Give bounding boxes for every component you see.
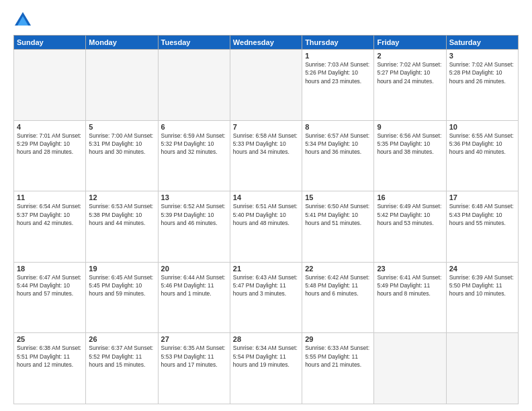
day-number: 17 (449, 193, 515, 201)
day-number: 13 (161, 193, 227, 201)
day-number: 12 (89, 193, 154, 201)
day-detail: Sunrise: 6:56 AM Sunset: 5:35 PM Dayligh… (377, 132, 443, 156)
day-number: 7 (233, 123, 299, 131)
day-number: 3 (449, 52, 515, 60)
day-number: 20 (161, 265, 227, 273)
day-number: 19 (89, 265, 154, 273)
calendar-cell: 12Sunrise: 6:53 AM Sunset: 5:38 PM Dayli… (86, 191, 158, 263)
day-number: 8 (305, 123, 371, 131)
day-number: 9 (377, 123, 443, 131)
day-number: 6 (161, 123, 227, 131)
day-detail: Sunrise: 6:45 AM Sunset: 5:45 PM Dayligh… (89, 273, 154, 298)
day-number: 15 (305, 193, 371, 201)
logo (13, 11, 34, 30)
calendar-cell: 4Sunrise: 7:01 AM Sunset: 5:29 PM Daylig… (14, 120, 86, 191)
calendar-cell (158, 50, 230, 121)
calendar-cell (374, 333, 446, 404)
calendar-cell: 16Sunrise: 6:49 AM Sunset: 5:42 PM Dayli… (374, 191, 446, 263)
calendar-week-row: 25Sunrise: 6:38 AM Sunset: 5:51 PM Dayli… (14, 333, 519, 404)
calendar-week-row: 1Sunrise: 7:03 AM Sunset: 5:26 PM Daylig… (14, 50, 519, 121)
calendar-cell: 28Sunrise: 6:34 AM Sunset: 5:54 PM Dayli… (230, 333, 302, 404)
day-number: 22 (305, 265, 371, 273)
day-detail: Sunrise: 7:01 AM Sunset: 5:29 PM Dayligh… (17, 132, 83, 156)
weekday-header: Thursday (302, 36, 374, 50)
day-detail: Sunrise: 6:44 AM Sunset: 5:46 PM Dayligh… (161, 273, 227, 298)
weekday-header: Monday (86, 36, 158, 50)
calendar-cell (14, 50, 86, 121)
calendar-cell: 14Sunrise: 6:51 AM Sunset: 5:40 PM Dayli… (230, 191, 302, 263)
day-number: 21 (233, 265, 299, 273)
day-detail: Sunrise: 6:41 AM Sunset: 5:49 PM Dayligh… (377, 273, 443, 298)
calendar-cell: 3Sunrise: 7:02 AM Sunset: 5:28 PM Daylig… (446, 50, 518, 121)
day-detail: Sunrise: 7:03 AM Sunset: 5:26 PM Dayligh… (305, 60, 371, 85)
calendar-cell: 7Sunrise: 6:58 AM Sunset: 5:33 PM Daylig… (230, 120, 302, 191)
calendar-cell: 19Sunrise: 6:45 AM Sunset: 5:45 PM Dayli… (86, 262, 158, 333)
day-number: 26 (89, 335, 154, 343)
calendar-week-row: 11Sunrise: 6:54 AM Sunset: 5:37 PM Dayli… (14, 191, 519, 263)
day-detail: Sunrise: 6:51 AM Sunset: 5:40 PM Dayligh… (233, 202, 299, 227)
calendar-cell: 24Sunrise: 6:39 AM Sunset: 5:50 PM Dayli… (446, 262, 518, 333)
page: SundayMondayTuesdayWednesdayThursdayFrid… (0, 0, 532, 411)
calendar-cell: 10Sunrise: 6:55 AM Sunset: 5:36 PM Dayli… (446, 120, 518, 191)
day-detail: Sunrise: 6:35 AM Sunset: 5:53 PM Dayligh… (161, 344, 227, 369)
calendar-cell: 8Sunrise: 6:57 AM Sunset: 5:34 PM Daylig… (302, 120, 374, 191)
calendar-week-row: 4Sunrise: 7:01 AM Sunset: 5:29 PM Daylig… (14, 120, 519, 191)
day-detail: Sunrise: 6:49 AM Sunset: 5:42 PM Dayligh… (377, 202, 443, 227)
calendar-cell (86, 50, 158, 121)
day-detail: Sunrise: 6:58 AM Sunset: 5:33 PM Dayligh… (233, 132, 299, 156)
calendar-cell: 18Sunrise: 6:47 AM Sunset: 5:44 PM Dayli… (14, 262, 86, 333)
day-number: 11 (17, 193, 83, 201)
day-detail: Sunrise: 6:34 AM Sunset: 5:54 PM Dayligh… (233, 344, 299, 369)
calendar-cell: 21Sunrise: 6:43 AM Sunset: 5:47 PM Dayli… (230, 262, 302, 333)
day-number: 24 (449, 265, 515, 273)
weekday-header: Friday (374, 36, 446, 50)
day-number: 28 (233, 335, 299, 343)
calendar-cell: 11Sunrise: 6:54 AM Sunset: 5:37 PM Dayli… (14, 191, 86, 263)
weekday-header: Sunday (14, 36, 86, 50)
day-detail: Sunrise: 6:39 AM Sunset: 5:50 PM Dayligh… (449, 273, 515, 298)
calendar-table: SundayMondayTuesdayWednesdayThursdayFrid… (13, 35, 519, 404)
calendar-cell: 29Sunrise: 6:33 AM Sunset: 5:55 PM Dayli… (302, 333, 374, 404)
day-number: 4 (17, 123, 83, 131)
day-number: 2 (377, 52, 443, 60)
day-number: 16 (377, 193, 443, 201)
day-detail: Sunrise: 6:50 AM Sunset: 5:41 PM Dayligh… (305, 202, 371, 227)
day-detail: Sunrise: 6:53 AM Sunset: 5:38 PM Dayligh… (89, 202, 154, 227)
calendar-header-row: SundayMondayTuesdayWednesdayThursdayFrid… (14, 36, 519, 50)
day-detail: Sunrise: 6:52 AM Sunset: 5:39 PM Dayligh… (161, 202, 227, 227)
day-detail: Sunrise: 6:42 AM Sunset: 5:48 PM Dayligh… (305, 273, 371, 298)
calendar-cell: 2Sunrise: 7:02 AM Sunset: 5:27 PM Daylig… (374, 50, 446, 121)
calendar-cell: 9Sunrise: 6:56 AM Sunset: 5:35 PM Daylig… (374, 120, 446, 191)
calendar-cell: 15Sunrise: 6:50 AM Sunset: 5:41 PM Dayli… (302, 191, 374, 263)
day-detail: Sunrise: 6:57 AM Sunset: 5:34 PM Dayligh… (305, 132, 371, 156)
day-detail: Sunrise: 7:00 AM Sunset: 5:31 PM Dayligh… (89, 132, 154, 156)
day-detail: Sunrise: 6:37 AM Sunset: 5:52 PM Dayligh… (89, 344, 154, 369)
calendar-cell (446, 333, 518, 404)
calendar-cell: 23Sunrise: 6:41 AM Sunset: 5:49 PM Dayli… (374, 262, 446, 333)
calendar-cell: 27Sunrise: 6:35 AM Sunset: 5:53 PM Dayli… (158, 333, 230, 404)
day-detail: Sunrise: 7:02 AM Sunset: 5:28 PM Dayligh… (449, 60, 515, 85)
calendar-cell: 20Sunrise: 6:44 AM Sunset: 5:46 PM Dayli… (158, 262, 230, 333)
calendar-cell: 25Sunrise: 6:38 AM Sunset: 5:51 PM Dayli… (14, 333, 86, 404)
day-number: 25 (17, 335, 83, 343)
day-number: 29 (305, 335, 371, 343)
day-number: 27 (161, 335, 227, 343)
header (13, 11, 519, 30)
day-detail: Sunrise: 7:02 AM Sunset: 5:27 PM Dayligh… (377, 60, 443, 85)
day-number: 14 (233, 193, 299, 201)
day-detail: Sunrise: 6:43 AM Sunset: 5:47 PM Dayligh… (233, 273, 299, 298)
day-number: 23 (377, 265, 443, 273)
day-detail: Sunrise: 6:48 AM Sunset: 5:43 PM Dayligh… (449, 202, 515, 227)
day-number: 1 (305, 52, 371, 60)
calendar-cell (230, 50, 302, 121)
weekday-header: Tuesday (158, 36, 230, 50)
calendar-cell: 17Sunrise: 6:48 AM Sunset: 5:43 PM Dayli… (446, 191, 518, 263)
day-detail: Sunrise: 6:47 AM Sunset: 5:44 PM Dayligh… (17, 273, 83, 298)
day-number: 5 (89, 123, 154, 131)
weekday-header: Saturday (446, 36, 518, 50)
day-detail: Sunrise: 6:55 AM Sunset: 5:36 PM Dayligh… (449, 132, 515, 156)
day-detail: Sunrise: 6:33 AM Sunset: 5:55 PM Dayligh… (305, 344, 371, 369)
calendar-cell: 26Sunrise: 6:37 AM Sunset: 5:52 PM Dayli… (86, 333, 158, 404)
day-number: 10 (449, 123, 515, 131)
day-detail: Sunrise: 6:38 AM Sunset: 5:51 PM Dayligh… (17, 344, 83, 369)
